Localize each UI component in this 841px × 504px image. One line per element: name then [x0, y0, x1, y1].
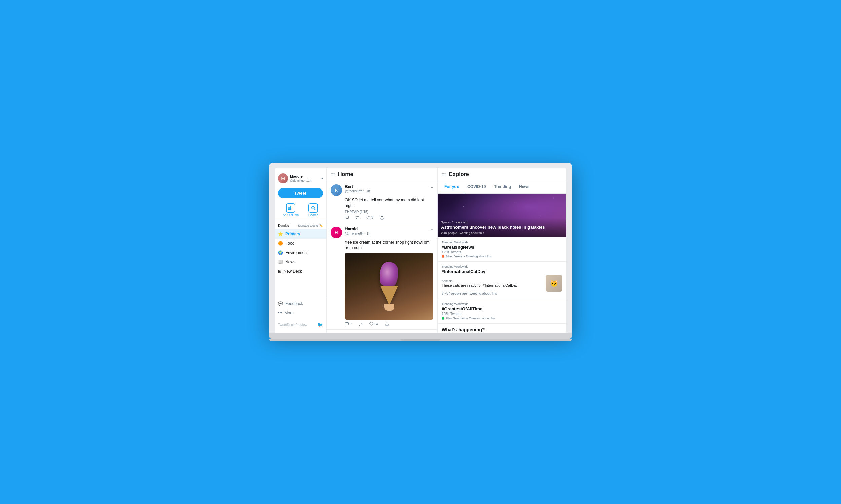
- follower-dot-icon: [442, 255, 444, 258]
- tweet-more-button[interactable]: ···: [429, 227, 433, 232]
- retweet-button[interactable]: [359, 322, 363, 326]
- search-icon: [308, 203, 318, 213]
- user-text: Maggie @domingo_124: [290, 174, 311, 182]
- reply-button[interactable]: [345, 216, 349, 220]
- trending-label: Trending Worldwide: [442, 302, 563, 306]
- laptop-screen: M Maggie @domingo_124 ▾ Tweet: [269, 163, 572, 332]
- decks-title: Decks: [278, 224, 289, 228]
- retweet-button[interactable]: [356, 216, 360, 220]
- tweet-button[interactable]: Tweet: [278, 188, 323, 198]
- more-icon: •••: [278, 311, 282, 316]
- tweet-avatar-bert: B: [331, 184, 342, 196]
- manage-decks-button[interactable]: Manage Decks ✏️: [298, 224, 323, 228]
- like-count: 14: [374, 322, 378, 326]
- new-deck-icon: ⊞: [278, 269, 281, 274]
- trending-label: Trending Worldwide: [442, 265, 563, 268]
- trending-hashtag: #GreatestOfAllTime: [442, 306, 563, 311]
- search-button[interactable]: Search: [308, 203, 318, 217]
- tweet-list: B Bert @rodrisurfer · 1h: [327, 181, 437, 332]
- tweet-actions: 3: [345, 216, 433, 220]
- tweet-item: H Harold @h_wang84 · 1h: [327, 223, 437, 330]
- tab-news[interactable]: News: [515, 181, 534, 193]
- tab-trending[interactable]: Trending: [490, 181, 515, 193]
- explore-column: ⠿⠿ Explore For you COVID-19 Trending New…: [437, 168, 566, 332]
- sidebar: M Maggie @domingo_124 ▾ Tweet: [275, 168, 327, 332]
- tweet-user-info: Bert @rodrisurfer · 1h: [345, 184, 370, 193]
- tweet-thread-label: THREAD (1/15): [345, 210, 433, 214]
- tweet-user-row: B Bert @rodrisurfer · 1h: [331, 184, 370, 196]
- deck-label-primary: Primary: [285, 232, 301, 236]
- more-button[interactable]: ••• More: [275, 308, 326, 318]
- home-column: ⠿⠿ Home B Bert @rodrisurfer: [327, 168, 437, 332]
- trending-item-greatest[interactable]: Trending Worldwide #GreatestOfAllTime 12…: [437, 299, 566, 324]
- trending-label: Trending Worldwide: [442, 240, 563, 244]
- laptop-base: [269, 332, 572, 339]
- feedback-button[interactable]: 💬 Feedback: [275, 299, 326, 308]
- trending-with-image: Animals These cats are ready for #Intern…: [442, 275, 563, 292]
- svg-point-3: [311, 206, 314, 209]
- reply-count: 7: [350, 322, 352, 326]
- decks-header: Decks Manage Decks ✏️: [275, 220, 326, 229]
- hero-headline: Astronomers uncover new black holes in g…: [441, 225, 563, 231]
- explore-drag-handle[interactable]: ⠿⠿: [442, 173, 446, 176]
- like-count: 3: [372, 216, 373, 219]
- tweet-item: B Bert @rodrisurfer · 1h: [327, 181, 437, 223]
- explore-tabs: For you COVID-19 Trending News: [437, 181, 566, 194]
- chevron-down-icon[interactable]: ▾: [321, 177, 323, 180]
- explore-column-title: Explore: [449, 172, 469, 177]
- sidebar-item-primary[interactable]: ⭐ Primary: [275, 229, 326, 238]
- tweet-user-row: H Harold @h_wang84 · 1h: [331, 227, 371, 238]
- user-handle: @domingo_124: [290, 179, 311, 182]
- hero-content: Space · 2 hours ago Astronomers uncover …: [437, 218, 566, 237]
- like-button[interactable]: 3: [366, 216, 373, 220]
- subcontent-text: These cats are ready for #InternationalC…: [442, 283, 543, 287]
- tweet-image: [345, 253, 433, 320]
- sidebar-brand: TweetDeck Preview 🐦: [275, 320, 326, 329]
- whats-happening: What's happening?: [437, 324, 566, 332]
- food-icon: 🟠: [278, 241, 283, 246]
- username: Maggie: [290, 174, 311, 179]
- search-label: Search: [308, 213, 318, 217]
- hero-category: Space · 2 hours ago: [441, 221, 563, 224]
- sidebar-footer: 💬 Feedback ••• More: [275, 297, 326, 320]
- trending-hashtag: #BreakingNews: [442, 245, 563, 250]
- user-profile-row[interactable]: M Maggie @domingo_124 ▾: [275, 172, 326, 187]
- explore-column-header: ⠿⠿ Explore: [437, 168, 566, 181]
- share-button[interactable]: [380, 216, 384, 220]
- tab-for-you[interactable]: For you: [440, 181, 463, 193]
- trending-count: 125K Tweets: [442, 250, 563, 254]
- add-column-button[interactable]: Add column: [282, 203, 299, 217]
- trending-item-cat-day[interactable]: Trending Worldwide #InternationalCatDay …: [437, 262, 566, 299]
- sidebar-item-food[interactable]: 🟠 Food: [275, 238, 326, 248]
- feedback-icon: 💬: [278, 301, 283, 306]
- trending-follower: Allen Grayham is Tweeting about this: [442, 317, 563, 320]
- sidebar-item-new-deck[interactable]: ⊞ New Deck: [275, 267, 326, 276]
- sidebar-item-environment[interactable]: 🌍 Environment: [275, 248, 326, 257]
- laptop-wrapper: M Maggie @domingo_124 ▾ Tweet: [269, 163, 572, 341]
- star-icon: ⭐: [278, 232, 283, 236]
- add-column-label: Add column: [282, 213, 299, 217]
- tweet-body: OK SO let me tell you what my mom did la…: [345, 197, 433, 209]
- like-button[interactable]: 14: [370, 322, 378, 326]
- deck-label-environment: Environment: [285, 250, 308, 255]
- screen-inner: M Maggie @domingo_124 ▾ Tweet: [275, 168, 566, 332]
- sidebar-item-news[interactable]: 📰 News: [275, 257, 326, 267]
- sidebar-action-buttons: Add column Search: [275, 201, 326, 220]
- environment-icon: 🌍: [278, 250, 283, 255]
- deck-label-food: Food: [285, 241, 294, 246]
- feedback-label: Feedback: [285, 301, 303, 306]
- trending-hero[interactable]: Space · 2 hours ago Astronomers uncover …: [437, 194, 566, 237]
- tab-covid-19[interactable]: COVID-19: [463, 181, 490, 193]
- tweet-more-button[interactable]: ···: [429, 184, 433, 190]
- trending-hashtag: #InternationalCatDay: [442, 269, 563, 274]
- more-label: More: [285, 311, 294, 316]
- trending-item-breaking-news[interactable]: Trending Worldwide #BreakingNews 125K Tw…: [437, 237, 566, 262]
- trending-subcontent: Animals These cats are ready for #Intern…: [442, 279, 543, 287]
- reply-button[interactable]: 7: [345, 322, 352, 326]
- column-drag-handle[interactable]: ⠿⠿: [331, 173, 336, 176]
- explore-body: Space · 2 hours ago Astronomers uncover …: [437, 194, 566, 332]
- trending-count: 125K Tweets: [442, 312, 563, 316]
- add-column-icon: [286, 203, 295, 213]
- twitter-logo-icon: 🐦: [317, 322, 323, 327]
- share-button[interactable]: [385, 322, 389, 326]
